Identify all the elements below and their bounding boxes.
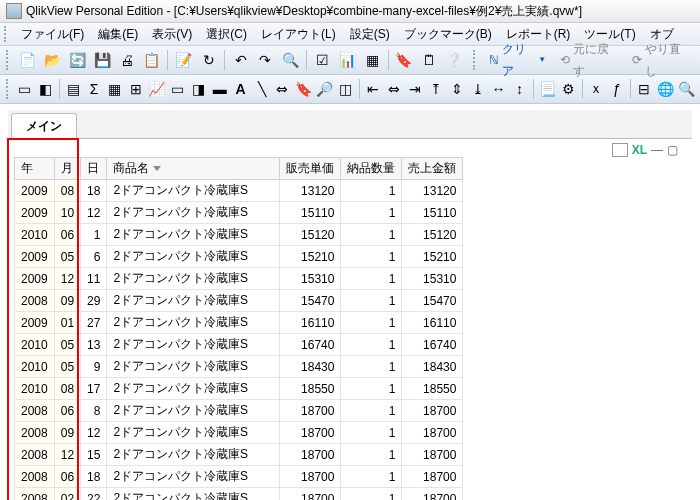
table-row[interactable]: 20100592ドアコンパクト冷蔵庫S18430118430: [15, 356, 463, 378]
cell-day[interactable]: 15: [81, 444, 107, 466]
cell-product[interactable]: 2ドアコンパクト冷蔵庫S: [107, 488, 280, 501]
align-bottom-icon[interactable]: ⤓: [468, 77, 487, 101]
cell-month[interactable]: 08: [54, 378, 80, 400]
dist-h-icon[interactable]: ↔: [489, 77, 508, 101]
cell-amount[interactable]: 16740: [402, 334, 463, 356]
cell-product[interactable]: 2ドアコンパクト冷蔵庫S: [107, 180, 280, 202]
cell-day[interactable]: 8: [81, 400, 107, 422]
cell-amount[interactable]: 16110: [402, 312, 463, 334]
cell-product[interactable]: 2ドアコンパクト冷蔵庫S: [107, 356, 280, 378]
bookmark-add-icon[interactable]: 🔖: [393, 48, 416, 72]
cell-day[interactable]: 11: [81, 268, 107, 290]
detach-icon[interactable]: [612, 143, 628, 157]
multibox-icon[interactable]: ▦: [106, 77, 125, 101]
print-icon[interactable]: 🖨: [115, 48, 138, 72]
table-row[interactable]: 200809292ドアコンパクト冷蔵庫S15470115470: [15, 290, 463, 312]
user-prefs-icon[interactable]: ⚙: [559, 77, 578, 101]
table-row[interactable]: 201005132ドアコンパクト冷蔵庫S16740116740: [15, 334, 463, 356]
cell-qty[interactable]: 1: [341, 246, 402, 268]
col-product[interactable]: 商品名: [107, 158, 280, 180]
align-left-icon[interactable]: ⇤: [364, 77, 383, 101]
cell-qty[interactable]: 1: [341, 180, 402, 202]
cell-unit-price[interactable]: 18700: [280, 422, 341, 444]
cell-day[interactable]: 18: [81, 466, 107, 488]
table-row[interactable]: 200901272ドアコンパクト冷蔵庫S16110116110: [15, 312, 463, 334]
help-icon[interactable]: ❔: [442, 48, 465, 72]
undo-button[interactable]: ⟲元に戻す: [554, 38, 624, 82]
cell-month[interactable]: 02: [54, 488, 80, 501]
cell-unit-price[interactable]: 18700: [280, 466, 341, 488]
cell-unit-price[interactable]: 15120: [280, 224, 341, 246]
variable-icon[interactable]: ｘ: [586, 77, 605, 101]
cell-year[interactable]: 2008: [15, 488, 55, 501]
cell-month[interactable]: 01: [54, 312, 80, 334]
doc-props-icon[interactable]: 📃: [538, 77, 557, 101]
cell-month[interactable]: 12: [54, 268, 80, 290]
zoom-icon[interactable]: 🔍: [677, 77, 696, 101]
cell-year[interactable]: 2008: [15, 444, 55, 466]
table-row[interactable]: 20090562ドアコンパクト冷蔵庫S15210115210: [15, 246, 463, 268]
redo-layout-icon[interactable]: ↷: [254, 48, 277, 72]
cell-amount[interactable]: 15120: [402, 224, 463, 246]
cell-product[interactable]: 2ドアコンパクト冷蔵庫S: [107, 444, 280, 466]
table-row[interactable]: 20080682ドアコンパクト冷蔵庫S18700118700: [15, 400, 463, 422]
col-month[interactable]: 月: [54, 158, 80, 180]
cell-unit-price[interactable]: 18700: [280, 444, 341, 466]
tablebox-icon[interactable]: ⊞: [126, 77, 145, 101]
col-qty[interactable]: 納品数量: [341, 158, 402, 180]
cell-product[interactable]: 2ドアコンパクト冷蔵庫S: [107, 400, 280, 422]
new-icon[interactable]: 📄: [16, 48, 39, 72]
cell-product[interactable]: 2ドアコンパクト冷蔵庫S: [107, 224, 280, 246]
col-unit-price[interactable]: 販売単価: [280, 158, 341, 180]
table-row[interactable]: 200809122ドアコンパクト冷蔵庫S18700118700: [15, 422, 463, 444]
maximize-icon[interactable]: ▢: [667, 143, 678, 157]
cell-product[interactable]: 2ドアコンパクト冷蔵庫S: [107, 334, 280, 356]
cell-day[interactable]: 18: [81, 180, 107, 202]
expression-icon[interactable]: ƒ: [607, 77, 626, 101]
cell-day[interactable]: 9: [81, 356, 107, 378]
cell-amount[interactable]: 18550: [402, 378, 463, 400]
cell-day[interactable]: 29: [81, 290, 107, 312]
redo-button[interactable]: ⟳やり直し: [626, 38, 696, 82]
cell-month[interactable]: 05: [54, 334, 80, 356]
cell-day[interactable]: 22: [81, 488, 107, 501]
cell-amount[interactable]: 15210: [402, 246, 463, 268]
cell-unit-price[interactable]: 18430: [280, 356, 341, 378]
table-row[interactable]: 200908182ドアコンパクト冷蔵庫S13120113120: [15, 180, 463, 202]
clear-button[interactable]: ℕクリア▼: [483, 38, 552, 82]
cell-month[interactable]: 06: [54, 224, 80, 246]
cell-year[interactable]: 2010: [15, 356, 55, 378]
table-box[interactable]: 年 月 日 商品名 販売単価 納品数量 売上金額 200908182ドアコンパク…: [14, 157, 463, 500]
cell-amount[interactable]: 18700: [402, 488, 463, 501]
cell-month[interactable]: 09: [54, 422, 80, 444]
refresh-icon[interactable]: 🔄: [66, 48, 89, 72]
cell-qty[interactable]: 1: [341, 400, 402, 422]
selections-icon[interactable]: ☑: [311, 48, 334, 72]
table-row[interactable]: 200802222ドアコンパクト冷蔵庫S18700118700: [15, 488, 463, 501]
edit-script-icon[interactable]: 📝: [172, 48, 195, 72]
cell-amount[interactable]: 18700: [402, 466, 463, 488]
col-day[interactable]: 日: [81, 158, 107, 180]
line-icon[interactable]: ╲: [252, 77, 271, 101]
cell-qty[interactable]: 1: [341, 466, 402, 488]
add-sheet-icon[interactable]: ▭: [15, 77, 34, 101]
cell-amount[interactable]: 13120: [402, 180, 463, 202]
cell-amount[interactable]: 15470: [402, 290, 463, 312]
cell-amount[interactable]: 15110: [402, 202, 463, 224]
table-icon[interactable]: ▦: [361, 48, 384, 72]
container-icon[interactable]: ◫: [336, 77, 355, 101]
table-row[interactable]: 200812152ドアコンパクト冷蔵庫S18700118700: [15, 444, 463, 466]
undo-layout-icon[interactable]: ↶: [229, 48, 252, 72]
align-middle-icon[interactable]: ⇕: [447, 77, 466, 101]
cell-amount[interactable]: 18700: [402, 400, 463, 422]
cell-qty[interactable]: 1: [341, 312, 402, 334]
print-preview-icon[interactable]: 📋: [140, 48, 163, 72]
cell-qty[interactable]: 1: [341, 444, 402, 466]
dist-v-icon[interactable]: ↕: [510, 77, 529, 101]
cell-amount[interactable]: 15310: [402, 268, 463, 290]
input-icon[interactable]: ▭: [168, 77, 187, 101]
table-viewer-icon[interactable]: ⊟: [635, 77, 654, 101]
table-row[interactable]: 20100612ドアコンパクト冷蔵庫S15120115120: [15, 224, 463, 246]
cell-unit-price[interactable]: 15310: [280, 268, 341, 290]
cell-day[interactable]: 17: [81, 378, 107, 400]
